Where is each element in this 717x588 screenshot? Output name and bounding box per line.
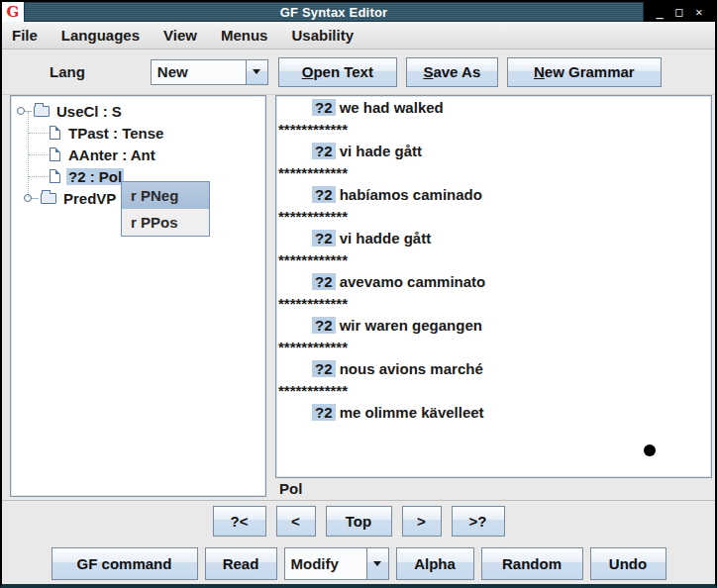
tree-node-metavariable[interactable]: ?2 : Pol <box>29 165 124 187</box>
tree-stub <box>29 154 49 155</box>
tree-node-aanter[interactable]: AAnter : Ant <box>29 144 157 165</box>
separator-line: ************ <box>276 164 711 186</box>
metavariable-token[interactable]: ?2 <box>312 143 336 159</box>
output-line: ?2 vi hade gått <box>276 143 711 164</box>
top-button[interactable]: Top <box>326 506 392 537</box>
metavariable-token[interactable]: ?2 <box>312 99 336 116</box>
separator-line: ************ <box>276 251 711 273</box>
metavariable-token[interactable]: ?2 <box>312 404 336 421</box>
gf-syntax-editor-window: G GF Syntax Editor _ □ ✕ File Languages … <box>0 0 717 588</box>
leaf-file-icon <box>50 169 60 183</box>
tree-node-label[interactable]: PredVP <box>61 190 118 207</box>
titlebar-drag-area[interactable]: GF Syntax Editor <box>24 2 644 22</box>
linearization-text[interactable]: we had walked <box>340 99 444 116</box>
prev-metavariable-button[interactable]: ?< <box>213 506 266 537</box>
output-line: ?2 avevamo camminato <box>276 273 711 295</box>
metavariable-token[interactable]: ?2 <box>312 273 336 290</box>
leaf-file-icon <box>50 126 60 140</box>
modify-combobox-value: Modify <box>285 548 366 579</box>
save-as-button[interactable]: Save As <box>406 57 498 87</box>
linearization-text[interactable]: me olimme kävelleet <box>340 404 484 421</box>
menu-usability[interactable]: Usability <box>291 27 354 44</box>
syntax-tree-panel: UseCl : S TPast : Tense AAnter : Ant ?2 … <box>10 95 266 497</box>
popup-item-pneg[interactable]: r PNeg <box>122 182 209 209</box>
modify-combobox-arrow[interactable] <box>366 548 388 579</box>
menu-view[interactable]: View <box>163 27 197 44</box>
tree-node-tpast[interactable]: TPast : Tense <box>29 122 165 144</box>
lang-combobox-value: New <box>152 60 246 84</box>
tree-node-usecl[interactable]: UseCl : S <box>17 100 124 122</box>
tree-node-label[interactable]: UseCl : S <box>54 103 124 120</box>
minimize-icon[interactable]: _ <box>657 6 664 18</box>
action-row: GF command Read Modify Alpha Random Undo <box>2 547 715 580</box>
app-logo: G <box>2 2 24 22</box>
output-line: ?2 we had walked <box>276 99 711 121</box>
popup-item-ppos[interactable]: r PPos <box>122 209 209 236</box>
window-title: GF Syntax Editor <box>280 5 388 20</box>
metavariable-token[interactable]: ?2 <box>312 186 336 203</box>
tree-stem <box>32 198 39 199</box>
folder-icon <box>34 106 50 117</box>
toolbar: Lang New Open Text Save As New Grammar <box>2 49 715 95</box>
linearization-panel: ?2 we had walked ************ ?2 vi hade… <box>275 95 712 478</box>
lang-label: Lang <box>50 63 85 80</box>
menu-file[interactable]: File <box>12 27 38 44</box>
output-line: ?2 vi hadde gått <box>276 230 711 251</box>
linearization-text[interactable]: nous avions marché <box>340 360 483 377</box>
next-node-button[interactable]: > <box>402 506 442 537</box>
linearization-text[interactable]: habíamos caminado <box>340 186 482 203</box>
gf-logo-icon: G <box>7 5 20 20</box>
tree-expand-handle-icon[interactable] <box>17 107 25 115</box>
linearization-text[interactable]: wir waren gegangen <box>340 317 482 334</box>
modify-combobox[interactable]: Modify <box>284 547 389 580</box>
horizontal-separator <box>2 500 715 501</box>
alpha-button[interactable]: Alpha <box>396 547 474 580</box>
lang-combobox[interactable]: New <box>151 59 268 85</box>
new-grammar-button[interactable]: New Grammar <box>507 57 662 87</box>
separator-line: ************ <box>276 339 711 360</box>
metavariable-token[interactable]: ?2 <box>312 317 336 334</box>
menubar: File Languages View Menus Usability <box>2 22 715 49</box>
open-text-button[interactable]: Open Text <box>278 57 397 87</box>
chevron-down-icon <box>253 69 260 74</box>
tree-node-label[interactable]: AAnter : Ant <box>66 147 157 163</box>
status-text: Pol <box>279 480 302 497</box>
linearization-text[interactable]: avevamo camminato <box>340 273 486 290</box>
tree-stem <box>25 111 32 112</box>
tree-stub <box>29 133 49 134</box>
folder-icon <box>41 193 56 204</box>
gf-command-button[interactable]: GF command <box>51 547 198 580</box>
separator-line: ************ <box>276 208 711 230</box>
close-icon[interactable]: ✕ <box>695 6 702 18</box>
navigation-row: ?< < Top > >? <box>2 506 715 537</box>
output-line: ?2 me olimme kävelleet <box>276 404 711 426</box>
output-line: ?2 nous avions marché <box>276 360 711 382</box>
maximize-icon[interactable]: □ <box>675 6 682 18</box>
separator-line: ************ <box>276 382 711 404</box>
output-line: ?2 habíamos caminado <box>276 186 711 208</box>
menu-languages[interactable]: Languages <box>61 27 140 44</box>
lang-combobox-arrow[interactable] <box>246 60 267 84</box>
tree-node-label-selected[interactable]: ?2 : Pol <box>66 168 124 185</box>
tree-collapse-handle-icon[interactable] <box>24 194 32 202</box>
read-button[interactable]: Read <box>205 547 277 580</box>
linearization-text[interactable]: vi hade gått <box>340 143 422 159</box>
chevron-down-icon <box>373 561 381 566</box>
separator-line: ************ <box>276 121 711 143</box>
metavariable-token[interactable]: ?2 <box>312 230 336 246</box>
tree-node-predvp[interactable]: PredVP <box>24 187 118 209</box>
prev-node-button[interactable]: < <box>276 506 316 537</box>
metavariable-token[interactable]: ?2 <box>312 360 336 377</box>
menu-menus[interactable]: Menus <box>221 27 268 44</box>
next-metavariable-button[interactable]: >? <box>452 506 505 537</box>
linearization-text[interactable]: vi hadde gått <box>340 230 432 246</box>
tree-stub <box>29 176 49 177</box>
separator-line: ************ <box>276 295 711 317</box>
titlebar: G GF Syntax Editor _ □ ✕ <box>2 2 715 22</box>
black-dot <box>644 444 656 456</box>
random-button[interactable]: Random <box>481 547 583 580</box>
tree-node-label[interactable]: TPast : Tense <box>66 125 165 142</box>
leaf-file-icon <box>50 147 60 161</box>
undo-button[interactable]: Undo <box>590 547 666 580</box>
output-line: ?2 wir waren gegangen <box>276 317 711 339</box>
